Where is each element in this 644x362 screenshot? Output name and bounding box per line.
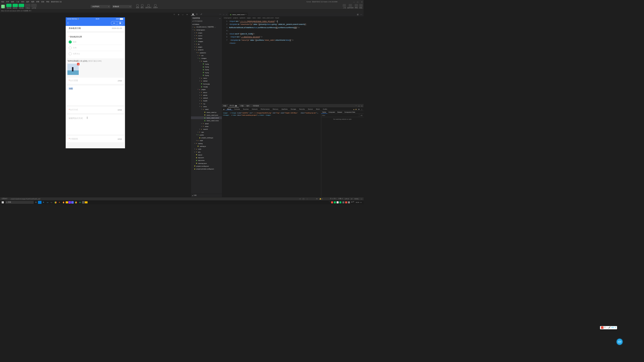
outline-section[interactable]: ▸ 大纲 bbox=[191, 194, 222, 197]
more-icon[interactable]: ⋯ bbox=[306, 198, 308, 200]
menu-item[interactable]: 转到 bbox=[21, 1, 24, 3]
nav-back-icon[interactable]: ← bbox=[223, 14, 225, 15]
mode-button[interactable] bbox=[31, 4, 36, 7]
split-icon[interactable]: ▥ bbox=[357, 14, 359, 16]
uploaded-image[interactable]: ✕ bbox=[67, 64, 79, 75]
phone-content[interactable]: 身体检查日期 2024-01-09 身体检查结果 健康 生病 bbox=[66, 26, 125, 148]
devtools-sub-tab[interactable]: Storage bbox=[289, 108, 298, 110]
delete-image-icon[interactable]: ✕ bbox=[77, 63, 79, 65]
file-tree[interactable]: ▸▸cloudfunctions | 当前环境: ...▾▸miniprogra… bbox=[191, 26, 222, 194]
tray-icon[interactable] bbox=[342, 201, 344, 203]
scene-icon[interactable]: ▭ bbox=[299, 198, 301, 200]
toolbar-action[interactable]: 真机调试 bbox=[145, 4, 151, 9]
status-item[interactable]: 行 1, 列 1 bbox=[330, 198, 336, 200]
tree-item[interactable]: ◆4.png bbox=[191, 71, 222, 74]
mode-button[interactable] bbox=[13, 4, 18, 7]
status-item[interactable]: WXML bbox=[354, 198, 359, 200]
app-icon[interactable] bbox=[71, 201, 74, 204]
tray-icon[interactable] bbox=[339, 201, 341, 203]
tree-item[interactable]: ▸▸comm bbox=[191, 34, 222, 37]
explorer-tab-icon[interactable]: ▦ bbox=[191, 13, 195, 16]
close-icon[interactable]: ✕ bbox=[361, 1, 363, 3]
tree-item[interactable]: ◆setting.js bbox=[191, 145, 222, 148]
tree-item[interactable]: ▸▸style bbox=[191, 139, 222, 142]
tree-item[interactable]: ▸▸images bbox=[191, 40, 222, 42]
tree-item[interactable]: ▸▸search bbox=[191, 128, 222, 130]
app-icon[interactable]: ✈ bbox=[42, 201, 46, 204]
clock[interactable]: 10:24 bbox=[356, 202, 359, 203]
date-value[interactable]: 2024-01-09 bbox=[112, 27, 122, 29]
maximize-icon[interactable]: ▢ bbox=[357, 1, 358, 3]
styles-tab[interactable]: Component Data bbox=[343, 111, 356, 114]
breadcrumb-item[interactable]: projects bbox=[233, 17, 238, 19]
app-icon[interactable] bbox=[68, 201, 71, 204]
radio-pending[interactable]: 结果未出 bbox=[69, 51, 122, 57]
tree-item[interactable]: ▸▸cmpts bbox=[191, 31, 222, 34]
tree-item[interactable]: ▸▸my bbox=[191, 102, 222, 105]
tree-item[interactable]: ▸▸health bbox=[191, 99, 222, 102]
tree-item[interactable]: ▾▸public bbox=[191, 133, 222, 136]
status-item[interactable]: LF bbox=[351, 198, 352, 200]
breadcrumb-item[interactable]: miniprogram bbox=[224, 17, 231, 19]
app-icon[interactable]: 🔥 bbox=[62, 201, 65, 204]
app-icon[interactable] bbox=[38, 201, 42, 204]
inspect-icon[interactable]: ▣ bbox=[222, 108, 226, 110]
chrome-icon[interactable] bbox=[54, 201, 57, 204]
toolbar-right-action[interactable]: 版本管理 bbox=[347, 4, 353, 9]
styles-tab[interactable]: Computed bbox=[327, 111, 336, 114]
tree-item[interactable]: ▸▸cloudfunctions | 当前环境: ... bbox=[191, 26, 222, 28]
nav-fwd-icon[interactable]: → bbox=[226, 14, 227, 15]
device-icon[interactable]: ▭ bbox=[182, 14, 184, 16]
tree-item[interactable]: ▸▸style bbox=[191, 148, 222, 150]
taskbar-search[interactable]: ⚲搜索 bbox=[5, 201, 34, 204]
search-tab-icon[interactable]: ⚲ bbox=[195, 13, 199, 15]
cls-toggle[interactable]: .cls bbox=[359, 114, 364, 117]
feedback-icon[interactable]: ☺ bbox=[361, 198, 362, 200]
refresh-icon[interactable]: ⟳ bbox=[174, 14, 175, 16]
tray-icon[interactable] bbox=[331, 201, 333, 203]
scm-tab-icon[interactable]: ⎇ bbox=[199, 13, 203, 15]
mode-button[interactable] bbox=[6, 4, 12, 7]
devtools-sub-tab[interactable]: Memory bbox=[271, 108, 280, 110]
menu-item[interactable]: 工具 bbox=[16, 1, 19, 3]
tree-item[interactable]: ▸▸tpls bbox=[191, 150, 222, 153]
tree-item[interactable]: ▸▸tabbar bbox=[191, 79, 222, 82]
toolbar-action[interactable]: 清缓存 bbox=[153, 4, 158, 9]
expand-up-icon[interactable]: ⌃ bbox=[355, 105, 357, 107]
mode-button[interactable] bbox=[19, 4, 24, 7]
capsule-close-icon[interactable] bbox=[117, 21, 123, 25]
tree-item[interactable]: ▾▸cate1 bbox=[191, 108, 222, 111]
menu-item[interactable]: 帮助 bbox=[46, 1, 49, 3]
tree-item[interactable]: ◆home.jpg bbox=[191, 82, 222, 85]
menu-item[interactable]: 项目 bbox=[1, 1, 4, 3]
gear-icon[interactable]: ⚙ bbox=[358, 108, 359, 110]
app-mode-dropdown[interactable]: 小程序模式▼ bbox=[91, 5, 110, 8]
styles-filter-input[interactable] bbox=[321, 114, 359, 117]
problems-tab[interactable]: 问题 bbox=[239, 104, 245, 108]
tree-item[interactable]: ◆1.png bbox=[191, 63, 222, 65]
wechat-icon[interactable]: ◉ bbox=[78, 201, 82, 204]
toolbar-action[interactable]: 预览 bbox=[141, 4, 144, 9]
quality-tab[interactable]: 代码质量 bbox=[251, 104, 260, 108]
tree-item[interactable]: ◆news_cate1.wxss bbox=[191, 119, 222, 122]
tree-item[interactable]: ▾▸epidemic bbox=[191, 51, 222, 54]
tree-item[interactable]: ◆news_cate1.js bbox=[191, 111, 222, 113]
close-devtools-icon[interactable]: ✕ bbox=[361, 105, 363, 107]
tree-item[interactable]: ▾▸projects bbox=[191, 48, 222, 51]
tree-item[interactable]: ▸▸detail bbox=[191, 122, 222, 125]
tree-item[interactable]: ▸▸pages bbox=[191, 46, 222, 48]
devtools-sub-tab[interactable]: AppData bbox=[280, 108, 289, 110]
tree-item[interactable]: ▸▸admin bbox=[191, 94, 222, 97]
back-icon[interactable]: ⟨ bbox=[67, 22, 68, 24]
mode-button[interactable] bbox=[25, 4, 30, 7]
tree-item[interactable]: ▸▸lib bbox=[191, 43, 222, 46]
tree-item[interactable]: ◆project.private.config.json bbox=[191, 167, 222, 170]
bell-icon[interactable]: 🔔 0 bbox=[319, 198, 323, 200]
start-button[interactable] bbox=[1, 201, 5, 204]
tree-item[interactable]: ◆3.png bbox=[191, 68, 222, 71]
radio-sick[interactable]: 生病 bbox=[69, 45, 122, 51]
radio-healthy[interactable]: 健康 bbox=[69, 39, 122, 45]
tree-item[interactable]: ◆my.jpg bbox=[191, 85, 222, 88]
menu-item[interactable]: 设置 bbox=[41, 1, 44, 3]
tree-item[interactable]: ◆app.js bbox=[191, 153, 222, 156]
